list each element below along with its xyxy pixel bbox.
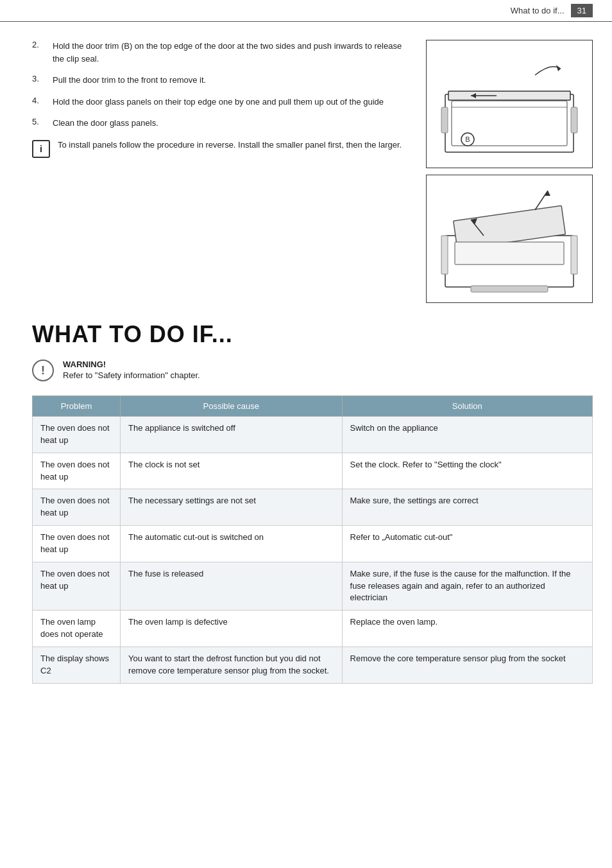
table-row: The oven lamp does not operateThe oven l… xyxy=(33,611,593,647)
svg-rect-16 xyxy=(571,236,577,274)
warning-description: Refer to "Safety information" chapter. xyxy=(63,370,200,380)
instruction-step-3: 3. Pull the door trim to the front to re… xyxy=(32,74,413,87)
cell-problem: The oven does not heat up xyxy=(33,562,121,611)
step-num-2: 2. xyxy=(32,40,46,65)
step-num-3: 3. xyxy=(32,74,46,87)
cell-solution: Replace the oven lamp. xyxy=(342,611,592,647)
svg-rect-17 xyxy=(471,286,548,292)
col-header-problem: Problem xyxy=(33,396,121,417)
table-header-row: Problem Possible cause Solution xyxy=(33,396,593,417)
diagram-2-svg xyxy=(432,178,586,300)
cell-solution: Switch on the appliance xyxy=(342,417,592,453)
main-content: 2. Hold the door trim (B) on the top edg… xyxy=(0,22,612,703)
troubleshooting-table: Problem Possible cause Solution The oven… xyxy=(32,395,593,684)
warning-block: ! WARNING! Refer to "Safety information"… xyxy=(32,360,593,381)
top-section: 2. Hold the door trim (B) on the top edg… xyxy=(32,40,593,303)
table-row: The oven does not heat upThe appliance i… xyxy=(33,417,593,453)
page: What to do if... 31 2. Hold the door tri… xyxy=(0,0,612,868)
cell-cause: The automatic cut-out is switched on xyxy=(121,526,342,562)
diagram-1-svg: B xyxy=(432,43,586,165)
svg-rect-8 xyxy=(441,107,448,133)
diagram-1: B xyxy=(426,40,593,168)
instruction-step-4: 4. Hold the door glass panels on their t… xyxy=(32,96,413,108)
table-row: The oven does not heat upThe necessary s… xyxy=(33,489,593,526)
svg-rect-9 xyxy=(571,107,577,133)
cell-problem: The oven does not heat up xyxy=(33,417,121,453)
table-row: The display shows C2You want to start th… xyxy=(33,647,593,683)
cell-cause: The necessary settings are not set xyxy=(121,489,342,526)
page-number: 31 xyxy=(571,4,593,17)
cell-solution: Make sure, the settings are correct xyxy=(342,489,592,526)
svg-rect-12 xyxy=(455,242,564,265)
cell-solution: Refer to „Automatic cut-out" xyxy=(342,526,592,562)
info-icon: i xyxy=(32,140,50,158)
warning-content: WARNING! Refer to "Safety information" c… xyxy=(63,360,200,380)
cell-problem: The oven does not heat up xyxy=(33,526,121,562)
info-note: To install panels follow the procedure i… xyxy=(58,139,402,152)
cell-problem: The display shows C2 xyxy=(33,647,121,683)
table-row: The oven does not heat upThe clock is no… xyxy=(33,453,593,489)
cell-cause: The appliance is switched off xyxy=(121,417,342,453)
diagram-2 xyxy=(426,175,593,303)
cell-cause: The clock is not set xyxy=(121,453,342,489)
cell-solution: Set the clock. Refer to "Setting the clo… xyxy=(342,453,592,489)
page-header: What to do if... 31 xyxy=(0,0,612,22)
col-header-solution: Solution xyxy=(342,396,592,417)
step-text-4: Hold the door glass panels on their top … xyxy=(53,96,384,108)
cell-solution: Remove the core temperature sensor plug … xyxy=(342,647,592,683)
svg-text:B: B xyxy=(465,135,470,143)
table-row: The oven does not heat upThe fuse is rel… xyxy=(33,562,593,611)
images-col: B xyxy=(426,40,593,303)
warning-title: WARNING! xyxy=(63,360,200,369)
table-head: Problem Possible cause Solution xyxy=(33,396,593,417)
table-body: The oven does not heat upThe appliance i… xyxy=(33,417,593,684)
cell-solution: Make sure, if the fuse is the cause for … xyxy=(342,562,592,611)
instruction-step-2: 2. Hold the door trim (B) on the top edg… xyxy=(32,40,413,65)
cell-cause: The oven lamp is defective xyxy=(121,611,342,647)
cell-cause: The fuse is released xyxy=(121,562,342,611)
warning-icon: ! xyxy=(32,360,54,381)
header-label: What to do if... xyxy=(511,6,565,15)
instructions-col: 2. Hold the door trim (B) on the top edg… xyxy=(32,40,413,303)
step-num-5: 5. xyxy=(32,117,46,130)
step-num-4: 4. xyxy=(32,96,46,108)
instruction-step-5: 5. Clean the door glass panels. xyxy=(32,117,413,130)
section-title: WHAT TO DO IF... xyxy=(32,321,593,348)
svg-rect-15 xyxy=(441,236,448,274)
svg-rect-3 xyxy=(448,91,570,100)
table-row: The oven does not heat upThe automatic c… xyxy=(33,526,593,562)
col-header-cause: Possible cause xyxy=(121,396,342,417)
what-to-do-section: WHAT TO DO IF... ! WARNING! Refer to "Sa… xyxy=(32,321,593,684)
info-box: i To install panels follow the procedure… xyxy=(32,139,413,158)
cell-cause: You want to start the defrost function b… xyxy=(121,647,342,683)
cell-problem: The oven does not heat up xyxy=(33,489,121,526)
step-text-3: Pull the door trim to the front to remov… xyxy=(53,74,206,87)
cell-problem: The oven does not heat up xyxy=(33,453,121,489)
step-text-2: Hold the door trim (B) on the top edge o… xyxy=(53,40,413,65)
cell-problem: The oven lamp does not operate xyxy=(33,611,121,647)
step-text-5: Clean the door glass panels. xyxy=(53,117,158,130)
